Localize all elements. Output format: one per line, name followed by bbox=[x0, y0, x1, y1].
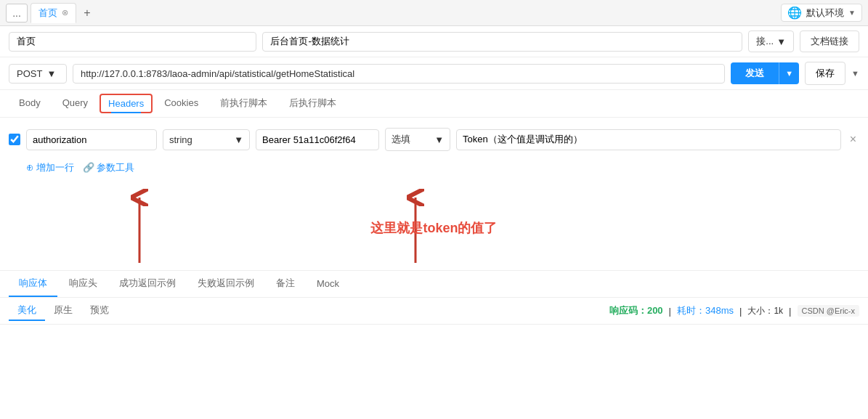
headers-content: string ▼ 选填 ▼ × ⊕ 增加一行 🔗 参数工具 bbox=[0, 118, 868, 183]
url-input[interactable] bbox=[73, 64, 725, 84]
env-selector[interactable]: 🌐 默认环境 ▼ bbox=[781, 4, 862, 22]
request-name-input[interactable] bbox=[9, 32, 256, 52]
header-value-input[interactable] bbox=[256, 129, 379, 150]
add-row-link[interactable]: ⊕ 增加一行 bbox=[26, 161, 74, 174]
request-target-input[interactable] bbox=[262, 32, 742, 52]
type-arrow-icon: ▼ bbox=[234, 134, 243, 145]
env-label: 默认环境 bbox=[806, 7, 844, 20]
csdn-badge: CSDN @Eric-x bbox=[798, 305, 860, 317]
annotation-text: 这里就是token的值了 bbox=[370, 221, 497, 235]
tab-homepage[interactable]: 首页 ⊗ bbox=[31, 3, 76, 23]
tab-pre-script[interactable]: 前执行脚本 bbox=[210, 91, 277, 117]
required-arrow-icon: ▼ bbox=[434, 134, 444, 145]
tab-response-body[interactable]: 响应体 bbox=[9, 271, 57, 297]
status-code: 响应码：200 bbox=[609, 304, 663, 317]
header-type-select[interactable]: string ▼ bbox=[163, 129, 250, 150]
tab-more-button[interactable]: ... bbox=[6, 4, 28, 23]
annotation-area: 这里就是token的值了 bbox=[9, 183, 859, 270]
connect-arrow-icon: ▼ bbox=[776, 36, 786, 47]
method-label: POST bbox=[17, 68, 42, 79]
sub-tab-raw[interactable]: 原生 bbox=[45, 301, 81, 321]
header-row: string ▼ 选填 ▼ × bbox=[9, 128, 859, 151]
save-arrow-icon[interactable]: ▼ bbox=[851, 69, 859, 78]
tab-post-script[interactable]: 后执行脚本 bbox=[279, 91, 346, 117]
tab-body[interactable]: Body bbox=[9, 91, 51, 115]
tab-notes[interactable]: 备注 bbox=[266, 271, 305, 297]
connect-button[interactable]: 接... ▼ bbox=[748, 30, 794, 52]
send-button-group: 发送 ▼ bbox=[731, 62, 799, 84]
url-bar: POST ▼ 发送 ▼ 保存 ▼ bbox=[0, 57, 868, 90]
method-select[interactable]: POST ▼ bbox=[9, 64, 67, 84]
sub-tabs: 美化 原生 预览 响应码：200 | 耗时：348ms | 大小：1k | CS… bbox=[0, 298, 868, 325]
header-key-input[interactable] bbox=[26, 129, 157, 150]
header-description-input[interactable] bbox=[456, 129, 841, 150]
add-row-links: ⊕ 增加一行 🔗 参数工具 bbox=[26, 158, 859, 177]
send-dropdown-button[interactable]: ▼ bbox=[779, 62, 799, 84]
tab-query[interactable]: Query bbox=[52, 91, 98, 115]
tab-add-button[interactable]: + bbox=[78, 4, 97, 23]
doc-link-button[interactable]: 文档链接 bbox=[800, 30, 859, 52]
tab-bar: ... 首页 ⊗ + 🌐 默认环境 ▼ bbox=[0, 0, 868, 26]
params-tabs: Body Query Headers Cookies 前执行脚本 后执行脚本 bbox=[0, 90, 868, 118]
request-name-bar: 接... ▼ 文档链接 bbox=[0, 26, 868, 57]
param-tool-link[interactable]: 🔗 参数工具 bbox=[83, 161, 135, 174]
tab-headers[interactable]: Headers bbox=[100, 94, 153, 113]
chevron-down-icon: ▼ bbox=[848, 9, 856, 17]
tab-mock[interactable]: Mock bbox=[307, 272, 349, 296]
bottom-tabs: 响应体 响应头 成功返回示例 失败返回示例 备注 Mock bbox=[0, 270, 868, 298]
tab-failure-example[interactable]: 失败返回示例 bbox=[187, 271, 264, 297]
tab-close-icon[interactable]: ⊗ bbox=[62, 8, 68, 17]
save-button[interactable]: 保存 bbox=[805, 62, 845, 85]
send-button[interactable]: 发送 bbox=[731, 62, 779, 84]
globe-icon: 🌐 bbox=[787, 6, 802, 20]
tab-success-example[interactable]: 成功返回示例 bbox=[109, 271, 186, 297]
header-checkbox[interactable] bbox=[9, 134, 20, 145]
tab-cookies[interactable]: Cookies bbox=[154, 91, 208, 115]
method-arrow-icon: ▼ bbox=[46, 68, 56, 79]
sub-tab-beautify[interactable]: 美化 bbox=[9, 301, 45, 321]
sub-tab-preview[interactable]: 预览 bbox=[81, 301, 118, 321]
tab-response-headers[interactable]: 响应头 bbox=[59, 271, 108, 297]
status-time: 耗时：348ms bbox=[677, 304, 734, 317]
status-size: 大小：1k bbox=[747, 305, 783, 317]
header-delete-button[interactable]: × bbox=[847, 133, 859, 146]
connect-label: 接... bbox=[756, 35, 774, 48]
header-required-select[interactable]: 选填 ▼ bbox=[385, 128, 450, 151]
tab-label: 首页 bbox=[38, 7, 57, 20]
